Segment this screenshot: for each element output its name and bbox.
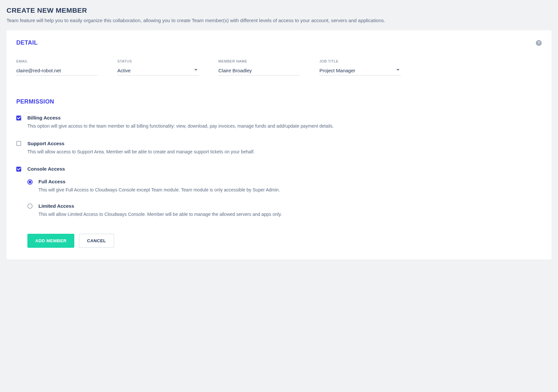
member-name-field-group: MEMBER NAME xyxy=(218,59,300,76)
job-title-select[interactable]: Project Manager xyxy=(319,66,401,76)
page-subtitle: Team feature will help you to easily org… xyxy=(7,18,551,23)
detail-header: DETAIL ? xyxy=(16,39,542,46)
job-title-label: JOB TITLE xyxy=(319,59,401,63)
support-checkbox[interactable] xyxy=(16,141,21,146)
console-title: Console Access xyxy=(27,166,542,172)
job-title-field-group: JOB TITLE Project Manager xyxy=(319,59,401,76)
full-access-title: Full Access xyxy=(38,179,542,184)
full-access-desc: This will give Full Access to Cloudways … xyxy=(38,187,542,193)
full-access-radio[interactable] xyxy=(27,179,33,185)
console-option-limited: Limited Access This will allow Limited A… xyxy=(27,203,542,218)
form-actions: ADD MEMBER CANCEL xyxy=(27,234,542,248)
support-desc: This will allow access to Support Area. … xyxy=(27,149,542,155)
console-checkbox[interactable] xyxy=(16,167,21,172)
email-field-group: EMAIL xyxy=(16,59,98,76)
add-member-button[interactable]: ADD MEMBER xyxy=(27,234,74,248)
permission-list: Billing Access This option will give acc… xyxy=(16,115,542,217)
detail-heading: DETAIL xyxy=(16,39,37,46)
email-label: EMAIL xyxy=(16,59,98,63)
permission-item-support: Support Access This will allow access to… xyxy=(16,141,542,155)
member-form-card: DETAIL ? EMAIL STATUS Active MEMBER NAME… xyxy=(7,30,551,259)
help-icon[interactable]: ? xyxy=(536,40,542,46)
permission-item-console: Console Access xyxy=(16,166,542,174)
support-title: Support Access xyxy=(27,141,542,146)
billing-desc: This option will give access to the team… xyxy=(27,123,542,130)
limited-access-radio[interactable] xyxy=(27,203,33,209)
status-label: STATUS xyxy=(117,59,199,63)
member-name-field[interactable] xyxy=(218,66,300,76)
member-name-label: MEMBER NAME xyxy=(218,59,300,63)
billing-title: Billing Access xyxy=(27,115,542,120)
status-select[interactable]: Active xyxy=(117,66,199,76)
permission-heading: PERMISSION xyxy=(16,98,542,105)
status-field-group: STATUS Active xyxy=(117,59,199,76)
permission-item-billing: Billing Access This option will give acc… xyxy=(16,115,542,130)
limited-access-desc: This will allow Limited Access to Cloudw… xyxy=(38,211,542,218)
detail-fields-row: EMAIL STATUS Active MEMBER NAME JOB TITL… xyxy=(16,59,542,76)
console-option-full: Full Access This will give Full Access t… xyxy=(27,179,542,193)
billing-checkbox[interactable] xyxy=(16,116,21,120)
email-field[interactable] xyxy=(16,66,98,76)
cancel-button[interactable]: CANCEL xyxy=(79,234,114,248)
console-sub-options: Full Access This will give Full Access t… xyxy=(27,179,542,217)
limited-access-title: Limited Access xyxy=(38,203,542,209)
page-title: CREATE NEW MEMBER xyxy=(7,7,551,14)
